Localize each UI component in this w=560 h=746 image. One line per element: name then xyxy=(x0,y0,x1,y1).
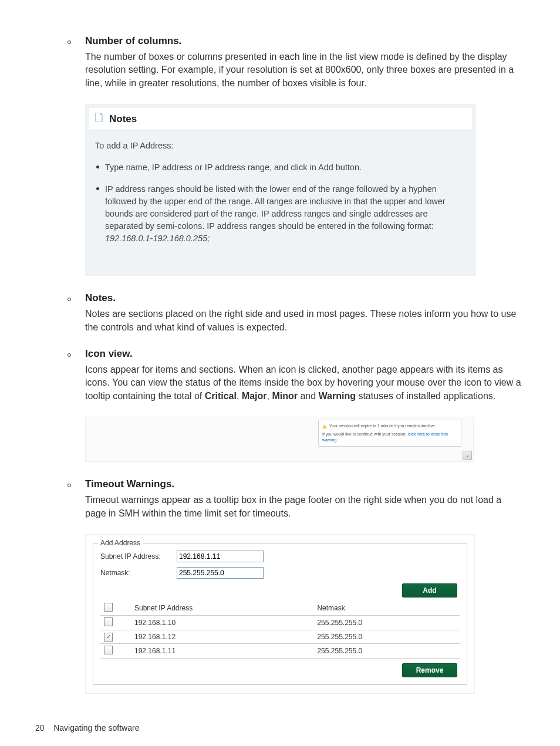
body-icon-view: Icons appear for items and sections. Whe… xyxy=(85,363,525,403)
heading-number-of-columns: Number of columns. xyxy=(85,35,181,47)
iconview-post: statuses of installed applications. xyxy=(356,391,495,401)
session-line2-pre: If you would like to continue with your … xyxy=(322,432,408,436)
session-line2-post: . xyxy=(337,438,338,442)
cell-ip: 192.168.1.12 xyxy=(131,630,313,644)
col-subnet: Subnet IP Address xyxy=(131,601,313,616)
document-icon xyxy=(95,113,103,125)
address-table: Subnet IP Address Netmask 192.168.1.10 2… xyxy=(100,601,460,659)
cell-mask: 255.255.255.0 xyxy=(313,616,460,630)
body-timeout: Timeout warnings appear as a tooltip box… xyxy=(85,494,525,520)
body-notes: Notes are sections placed on the right s… xyxy=(85,308,525,334)
timeout-screenshot: Your session will expire in 1 minute if … xyxy=(85,417,474,462)
notes-bullet-1: Type name, IP address or IP address rang… xyxy=(105,161,452,174)
page-number: 20 xyxy=(35,723,45,733)
subnet-input[interactable] xyxy=(177,551,264,562)
table-row: 192.168.1.10 255.255.255.0 xyxy=(100,616,460,630)
section-timeout-warnings: Timeout Warnings. Timeout warnings appea… xyxy=(35,478,525,520)
table-row: 192.168.1.11 255.255.255.0 xyxy=(100,643,460,658)
checkbox-row[interactable]: ✓ xyxy=(104,633,113,642)
page-footer: 20 Navigating the software xyxy=(35,723,525,733)
checkbox-row[interactable] xyxy=(104,646,113,654)
heading-icon-view: Icon view. xyxy=(85,348,133,360)
heading-notes: Notes. xyxy=(85,292,116,304)
remove-button[interactable]: Remove xyxy=(402,663,457,677)
notes-bullet-2: IP address ranges should be listed with … xyxy=(105,183,452,245)
notes-screenshot: Notes To add a IP Address: Type name, IP… xyxy=(85,104,476,276)
section-notes: Notes. Notes are sections placed on the … xyxy=(35,292,525,334)
notes-bullet-2-example: 192.168.0.1-192.168.0.255; xyxy=(105,234,210,243)
add-address-screenshot: Add Address Subnet IP Address: Netmask: … xyxy=(85,534,475,694)
netmask-label: Netmask: xyxy=(100,569,177,577)
section-number-of-columns: Number of columns. The number of boxes o… xyxy=(35,35,525,90)
cell-ip: 192.168.1.11 xyxy=(131,643,313,658)
bullet-icon xyxy=(68,353,71,357)
section-icon-view: Icon view. Icons appear for items and se… xyxy=(35,348,525,403)
iconview-minor: Minor xyxy=(272,391,298,401)
add-address-fieldset: Add Address Subnet IP Address: Netmask: … xyxy=(93,543,467,685)
warning-icon xyxy=(322,424,327,428)
table-header-row: Subnet IP Address Netmask xyxy=(100,601,460,616)
notes-lead: To add a IP Address: xyxy=(95,140,452,152)
bullet-icon xyxy=(68,298,71,301)
notes-panel-header: Notes xyxy=(89,108,472,130)
bullet-icon xyxy=(96,166,99,168)
scroll-down-icon[interactable]: ⌄ xyxy=(463,451,472,460)
bullet-icon xyxy=(96,187,99,190)
checkbox-row[interactable] xyxy=(104,617,113,626)
add-address-legend: Add Address xyxy=(98,539,143,547)
notes-panel-title: Notes xyxy=(109,113,137,125)
bullet-icon xyxy=(68,40,71,44)
subnet-label: Subnet IP Address: xyxy=(100,552,177,561)
iconview-critical: Critical xyxy=(205,391,237,401)
bullet-icon xyxy=(68,484,71,487)
iconview-major: Major xyxy=(242,391,267,401)
col-netmask: Netmask xyxy=(313,601,460,616)
cell-mask: 255.255.255.0 xyxy=(313,630,460,644)
footer-title: Navigating the software xyxy=(53,723,139,733)
netmask-input[interactable] xyxy=(177,567,264,579)
table-row: ✓ 192.168.1.12 255.255.255.0 xyxy=(100,630,460,644)
add-button[interactable]: Add xyxy=(402,583,457,598)
heading-timeout: Timeout Warnings. xyxy=(85,478,174,490)
cell-ip: 192.168.1.10 xyxy=(131,616,313,630)
iconview-warning: Warning xyxy=(319,391,356,401)
cell-mask: 255.255.255.0 xyxy=(313,643,460,658)
checkbox-header[interactable] xyxy=(104,603,113,612)
notes-bullet-2-text: IP address ranges should be listed with … xyxy=(105,184,446,231)
session-warning-tooltip: Your session will expire in 1 minute if … xyxy=(318,420,461,446)
session-continue-line: If you would like to continue with your … xyxy=(322,431,457,443)
body-number-of-columns: The number of boxes or columns presented… xyxy=(85,50,525,90)
session-warning-text: Your session will expire in 1 minute if … xyxy=(329,423,436,429)
